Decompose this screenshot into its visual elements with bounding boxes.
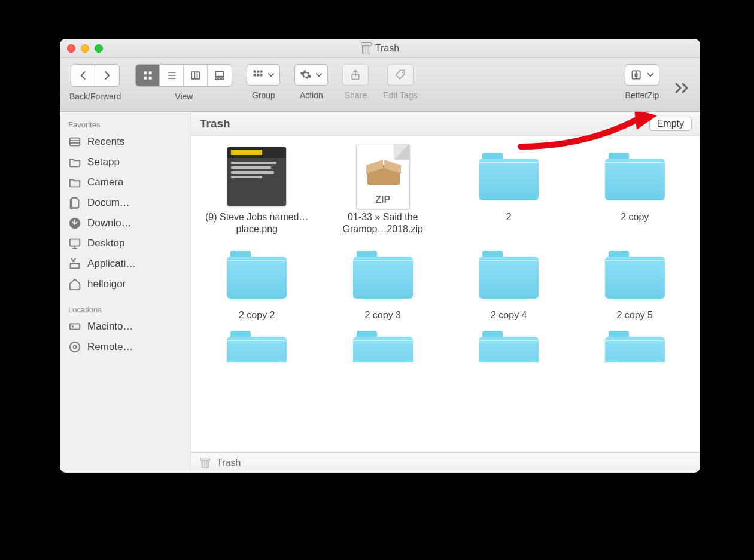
file-item[interactable]: ZIP 01-33 » Said the Gramop…2018.zip xyxy=(323,147,444,235)
folder-icon xyxy=(68,176,81,189)
folder-large-icon xyxy=(353,251,413,299)
file-item[interactable] xyxy=(196,331,318,367)
sidebar-item-label: Camera xyxy=(87,176,123,188)
action-button[interactable] xyxy=(294,64,328,86)
svg-point-33 xyxy=(72,326,73,327)
toolbar-back-forward-label: Back/Forward xyxy=(69,92,121,101)
tag-icon xyxy=(394,69,406,81)
file-name: 2 copy 4 xyxy=(491,309,527,321)
sidebar-header-favorites: Favorites xyxy=(60,115,191,132)
folder-large-icon xyxy=(605,153,665,200)
view-list-button[interactable] xyxy=(160,65,184,86)
sidebar-item-label: Recents xyxy=(87,136,124,148)
sidebar-item-remote-disc[interactable]: Remote… xyxy=(60,337,191,357)
file-item[interactable] xyxy=(574,331,696,367)
sidebar-item-documents[interactable]: Docum… xyxy=(60,193,191,213)
window-minimize-button[interactable] xyxy=(81,44,89,53)
sidebar-item-home[interactable]: helloigor xyxy=(60,274,191,294)
applications-icon xyxy=(68,257,81,270)
downloads-icon xyxy=(68,217,81,230)
share-button[interactable] xyxy=(342,64,369,86)
svg-rect-29 xyxy=(70,239,80,246)
back-button[interactable] xyxy=(71,65,95,86)
file-item[interactable]: (9) Steve Jobs named…place.png xyxy=(196,147,318,235)
toolbar-edit-tags: Edit Tags xyxy=(383,64,417,100)
group-button[interactable] xyxy=(247,64,280,86)
sidebar-item-macintosh-hd[interactable]: Macinto… xyxy=(60,316,191,337)
sidebar-item-label: Remote… xyxy=(87,341,133,353)
window-zoom-button[interactable] xyxy=(95,44,103,53)
toolbar-view: View xyxy=(135,64,232,101)
betterzip-button[interactable] xyxy=(625,64,659,86)
file-name: 01-33 » Said the Gramop…2018.zip xyxy=(326,211,440,235)
toolbar-share-label: Share xyxy=(345,90,367,100)
window-close-button[interactable] xyxy=(67,44,75,53)
file-item[interactable] xyxy=(448,331,570,367)
svg-rect-1 xyxy=(149,71,152,74)
svg-point-35 xyxy=(74,346,77,349)
gallery-view-icon xyxy=(214,69,226,81)
toolbar-share: Share xyxy=(342,64,369,100)
path-bar-label: Trash xyxy=(217,458,241,468)
trash-icon xyxy=(361,42,372,54)
file-item[interactable]: 2 copy xyxy=(574,147,696,235)
trash-icon xyxy=(200,458,210,468)
hard-drive-icon xyxy=(68,320,81,333)
svg-rect-12 xyxy=(219,78,221,80)
chevron-down-icon xyxy=(267,71,275,78)
svg-rect-14 xyxy=(254,71,256,73)
svg-rect-17 xyxy=(254,74,256,76)
window-title: Trash xyxy=(361,42,399,54)
sidebar-item-label: Docum… xyxy=(87,197,130,209)
sidebar-item-desktop[interactable]: Desktop xyxy=(60,233,191,254)
location-header: Trash Empty xyxy=(191,112,700,136)
file-item[interactable]: 2 copy 4 xyxy=(448,245,570,321)
share-icon xyxy=(349,69,361,81)
file-item[interactable] xyxy=(323,331,444,367)
chevron-left-icon xyxy=(77,69,89,81)
chevron-down-icon xyxy=(647,71,654,78)
remote-disc-icon xyxy=(68,340,81,354)
file-grid[interactable]: (9) Steve Jobs named…place.png ZIP 01-33… xyxy=(191,136,700,452)
sidebar-item-recents[interactable]: Recents xyxy=(60,132,191,152)
folder-large-icon xyxy=(353,331,413,362)
folder-large-icon xyxy=(479,153,539,200)
file-item[interactable]: 2 copy 3 xyxy=(323,245,444,321)
icon-view-icon xyxy=(142,69,154,81)
window-body: Favorites Recents Setapp Camera Docum… D… xyxy=(60,112,700,473)
toolbar-action: Action xyxy=(294,64,328,100)
view-icon-button[interactable] xyxy=(136,65,160,86)
sidebar-item-applications[interactable]: Applicati… xyxy=(60,254,191,274)
file-item[interactable]: 2 copy 2 xyxy=(196,245,318,321)
view-gallery-button[interactable] xyxy=(208,65,232,86)
sidebar-item-setapp[interactable]: Setapp xyxy=(60,152,191,172)
sidebar-item-label: Setapp xyxy=(87,156,120,168)
toolbar-overflow-button[interactable] xyxy=(674,77,691,99)
file-item[interactable]: 2 xyxy=(448,147,570,235)
sidebar-item-camera[interactable]: Camera xyxy=(60,172,191,193)
svg-rect-0 xyxy=(144,71,147,74)
toolbar-action-label: Action xyxy=(300,90,323,100)
svg-point-21 xyxy=(402,72,404,74)
chevron-right-icon xyxy=(101,69,113,81)
title-bar: Trash xyxy=(60,39,700,58)
svg-rect-2 xyxy=(144,77,147,80)
forward-button[interactable] xyxy=(95,65,119,86)
edit-tags-button[interactable] xyxy=(387,64,414,86)
window-title-text: Trash xyxy=(375,43,399,54)
grid-icon xyxy=(252,69,264,81)
empty-trash-button[interactable]: Empty xyxy=(649,117,692,131)
file-name: 2 copy 5 xyxy=(617,309,653,321)
column-view-icon xyxy=(190,69,202,81)
path-bar[interactable]: Trash xyxy=(191,452,700,473)
file-item[interactable]: 2 copy 5 xyxy=(574,245,696,321)
folder-large-icon xyxy=(605,251,665,299)
sidebar-item-downloads[interactable]: Downlo… xyxy=(60,213,191,233)
svg-rect-15 xyxy=(257,71,260,73)
svg-rect-13 xyxy=(222,78,224,80)
location-title: Trash xyxy=(200,117,230,130)
svg-rect-25 xyxy=(70,138,80,146)
view-column-button[interactable] xyxy=(184,65,208,86)
gear-icon xyxy=(300,69,312,81)
toolbar-back-forward: Back/Forward xyxy=(69,64,121,101)
